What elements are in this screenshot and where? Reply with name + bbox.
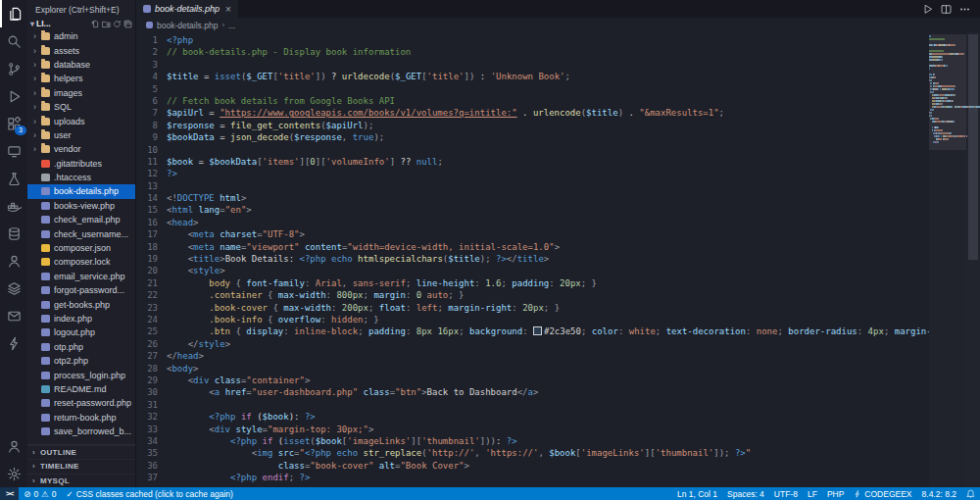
css-cache-status[interactable]: ✓ CSS classes cached (click to cache aga… bbox=[62, 487, 238, 500]
tree-item-otp2.php[interactable]: otp2.php bbox=[27, 354, 135, 368]
chevron-right-icon: › bbox=[32, 448, 40, 457]
breadcrumb[interactable]: book-details.php › ... bbox=[136, 18, 980, 32]
status-encoding[interactable]: UTF-8 bbox=[769, 487, 803, 500]
project-root-label: LI... bbox=[36, 19, 51, 28]
testing-icon[interactable] bbox=[0, 165, 27, 192]
tree-item-sql[interactable]: ›SQL bbox=[27, 100, 135, 114]
status-codegeex[interactable]: CODEGEEX bbox=[849, 487, 916, 500]
tree-item-label: forgot-password... bbox=[54, 285, 124, 295]
cursor-position-label: Ln 1, Col 1 bbox=[677, 489, 717, 499]
line-number: 20 bbox=[136, 265, 167, 276]
tree-item-readme.md[interactable]: README.md bbox=[27, 382, 135, 396]
tree-item-check-email.php[interactable]: check_email.php bbox=[27, 213, 135, 226]
status-cursor-position[interactable]: Ln 1, Col 1 bbox=[672, 487, 722, 500]
split-editor-icon[interactable] bbox=[941, 4, 952, 15]
remote-indicator[interactable]: >< bbox=[0, 487, 19, 500]
section-timeline[interactable]: ›TIMELINE bbox=[27, 459, 135, 474]
status-php-version[interactable]: 8.4.2: 8.2 bbox=[917, 487, 961, 500]
tree-item-books-view.php[interactable]: books-view.php bbox=[27, 199, 135, 213]
new-folder-icon[interactable] bbox=[102, 20, 111, 28]
section-outline[interactable]: ›OUTLINE bbox=[27, 445, 135, 460]
new-file-icon[interactable] bbox=[91, 20, 100, 28]
tree-item-user[interactable]: ›user bbox=[27, 128, 135, 142]
codegeex-icon[interactable] bbox=[0, 329, 27, 357]
scrollbar-thumb[interactable] bbox=[968, 34, 978, 260]
line-number: 14 bbox=[136, 192, 167, 204]
tree-item-return-book.php[interactable]: return-book.php bbox=[27, 411, 135, 425]
git-file-icon bbox=[41, 160, 50, 168]
tree-item-book-details.php[interactable]: book-details.php bbox=[27, 184, 135, 198]
tree-item-helpers[interactable]: ›helpers bbox=[27, 72, 135, 85]
tree-item-otp.php[interactable]: otp.php bbox=[27, 340, 135, 354]
settings-icon[interactable] bbox=[0, 460, 27, 487]
tree-item-uploads[interactable]: ›uploads bbox=[27, 114, 135, 127]
run-icon[interactable] bbox=[922, 4, 933, 15]
chat-icon[interactable] bbox=[0, 247, 27, 275]
line-content: .book-info { overflow: hidden; } bbox=[167, 314, 379, 325]
tree-item-save-borrowed-b...[interactable]: save_borrowed_b... bbox=[27, 425, 135, 438]
tree-item-index.php[interactable]: index.php bbox=[27, 312, 135, 325]
tree-item-email-service.php[interactable]: email_service.php bbox=[27, 270, 135, 283]
more-actions-icon[interactable] bbox=[959, 4, 970, 15]
folder-icon bbox=[41, 131, 50, 139]
tree-item-vendor[interactable]: ›vendor bbox=[27, 142, 135, 156]
code-line: 22 .container { max-width: 800px; margin… bbox=[136, 289, 929, 301]
line-content: $response = file_get_contents($apiUrl); bbox=[167, 120, 373, 131]
problems-indicator[interactable]: ⊘0 ⚠0 bbox=[19, 487, 61, 500]
tree-item-process-login.php[interactable]: process_login.php bbox=[27, 368, 135, 381]
code-line: 9$bookData = json_decode($response, true… bbox=[136, 131, 929, 143]
tree-item-images[interactable]: ›images bbox=[27, 86, 135, 100]
database-icon[interactable] bbox=[0, 220, 27, 247]
line-number: 29 bbox=[136, 375, 167, 386]
notifications-button[interactable] bbox=[961, 487, 980, 500]
tree-item-get-books.php[interactable]: get-books.php bbox=[27, 297, 135, 311]
tree-item-composer.lock[interactable]: composer.lock bbox=[27, 255, 135, 269]
extensions-icon[interactable]: 3 bbox=[0, 110, 27, 137]
tree-item-forgot-password...[interactable]: forgot-password... bbox=[27, 283, 135, 297]
refresh-icon[interactable] bbox=[113, 20, 122, 28]
tree-item-check-username...[interactable]: check_username... bbox=[27, 226, 135, 240]
tree-item-composer.json[interactable]: composer.json bbox=[27, 241, 135, 255]
account-icon[interactable] bbox=[0, 432, 27, 460]
code-editor[interactable]: 1<?php2// book-details.php - Display boo… bbox=[136, 34, 929, 487]
run-debug-icon[interactable] bbox=[0, 82, 27, 110]
codegeex-label: CODEGEEX bbox=[864, 489, 911, 499]
tree-item-assets[interactable]: ›assets bbox=[27, 43, 135, 57]
line-content: // book-details.php - Display book infor… bbox=[167, 46, 411, 58]
breadcrumb-file[interactable]: book-details.php bbox=[157, 21, 218, 30]
status-language-mode[interactable]: PHP bbox=[822, 487, 849, 500]
status-eol[interactable]: LF bbox=[803, 487, 822, 500]
breadcrumb-symbol[interactable]: ... bbox=[228, 21, 235, 30]
code-line: 10 bbox=[136, 144, 929, 156]
code-line: 32 <?php if ($book): ?> bbox=[136, 411, 929, 423]
check-icon: ✓ bbox=[67, 489, 74, 499]
mail-icon[interactable] bbox=[0, 302, 27, 329]
collapse-all-icon[interactable] bbox=[123, 20, 132, 28]
tree-item-database[interactable]: ›database bbox=[27, 58, 135, 72]
status-indentation[interactable]: Spaces: 4 bbox=[722, 487, 769, 500]
tree-item-.gitattributes[interactable]: .gitattributes bbox=[27, 157, 135, 171]
tree-item-label: composer.json bbox=[54, 243, 111, 253]
tab-book-details[interactable]: book-details.php × bbox=[136, 0, 239, 18]
code-line: 1<?php bbox=[136, 34, 929, 46]
section-mysql[interactable]: ›MYSQL bbox=[27, 474, 135, 488]
remote-explorer-icon[interactable] bbox=[0, 137, 27, 165]
activity-bar: 3 bbox=[0, 0, 27, 487]
source-control-icon[interactable] bbox=[0, 55, 27, 82]
search-icon[interactable] bbox=[0, 27, 27, 55]
explorer-icon[interactable] bbox=[0, 0, 27, 27]
folder-icon bbox=[41, 145, 50, 153]
tree-item-.htaccess[interactable]: .htaccess bbox=[27, 171, 135, 184]
editor-scrollbar[interactable] bbox=[966, 32, 980, 487]
project-root-row[interactable]: ▾ LI... bbox=[27, 18, 135, 29]
minimap[interactable] bbox=[929, 34, 966, 487]
tree-item-logout.php[interactable]: logout.php bbox=[27, 325, 135, 339]
minimap-line bbox=[929, 53, 966, 55]
tree-item-reset-password.php[interactable]: reset-password.php bbox=[27, 396, 135, 410]
docker-icon[interactable] bbox=[0, 192, 27, 220]
tree-item-admin[interactable]: ›admin bbox=[27, 29, 135, 43]
line-content: $apiUrl = "https://www.googleapis.com/bo… bbox=[167, 107, 724, 119]
close-icon[interactable]: × bbox=[225, 4, 231, 15]
layers-icon[interactable] bbox=[0, 275, 27, 302]
code-line: 25 .btn { display: inline-block; padding… bbox=[136, 325, 929, 337]
